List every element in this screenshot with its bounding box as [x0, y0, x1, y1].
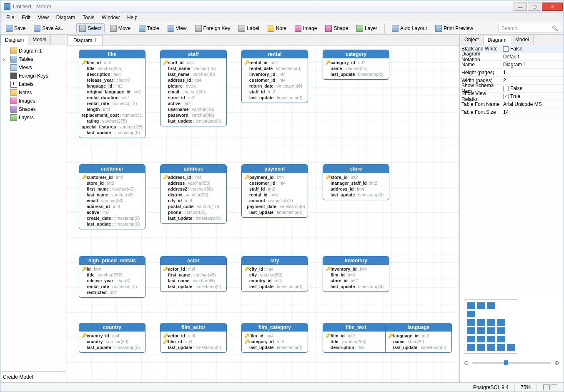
er-table-staff[interactable]: staff🔑staff_id: int4first_name: varchar(…	[160, 50, 227, 126]
er-column[interactable]: last_name: varchar(45)	[163, 278, 224, 284]
er-table-high_priced_rentals[interactable]: high_priced_rentals🔑id: int4title: varch…	[79, 256, 145, 298]
er-column[interactable]: inventory_id: int4	[244, 71, 305, 77]
foreign-key-tool-button[interactable]: Foreign Key	[192, 23, 233, 33]
er-table-store[interactable]: store🔑store_id: int2manager_staff_id: in…	[323, 164, 389, 200]
er-column[interactable]: staff_id: int2	[244, 186, 305, 192]
er-column[interactable]: picture: bytea	[163, 83, 224, 89]
er-column[interactable]: 🔑film_id: int4	[163, 339, 224, 344]
zoom-slider[interactable]	[472, 362, 551, 364]
print-preview-button[interactable]: Print Preview	[432, 23, 476, 33]
er-column[interactable]: original_language_id: int2	[82, 89, 143, 95]
er-column[interactable]: 🔑customer_id: int4	[82, 174, 143, 180]
auto-layout-button[interactable]: Auto Layout	[389, 23, 430, 33]
checkbox-icon[interactable]	[503, 86, 509, 91]
er-column[interactable]: payment_date: timestamp(0)	[244, 204, 305, 209]
er-column[interactable]: manager_staff_id: int2	[326, 180, 386, 186]
er-table-country[interactable]: country🔑country_id: int4country: varchar…	[79, 323, 145, 353]
er-column[interactable]: last_name: varchar(45)	[163, 71, 224, 77]
select-tool-button[interactable]: Select	[76, 23, 104, 33]
move-tool-button[interactable]: Move	[107, 23, 133, 33]
er-column[interactable]: address: varchar(50)	[163, 180, 224, 186]
save-button[interactable]: Save	[3, 23, 28, 33]
er-column[interactable]: postal_code: varchar(10)	[163, 204, 224, 209]
er-column[interactable]: last_update: timestamp(0)	[244, 284, 305, 289]
checkbox-icon[interactable]	[503, 46, 509, 52]
zoom-out-icon[interactable]: ⊖	[464, 359, 469, 366]
menu-help[interactable]: Help	[124, 14, 141, 21]
er-table-category[interactable]: category🔑category_id: int2name: varchar(…	[323, 50, 389, 80]
er-column[interactable]: description: text	[82, 71, 143, 77]
tab-model[interactable]: Model	[28, 35, 51, 45]
er-column[interactable]: 🔑rental_id: int4	[244, 60, 305, 65]
er-column[interactable]: last_update: timestamp(0)	[326, 71, 386, 77]
er-table-actor[interactable]: actor🔑actor_id: int4first_name: varchar(…	[160, 256, 227, 292]
label-tool-button[interactable]: Label	[236, 23, 262, 33]
menu-tools[interactable]: Tools	[79, 14, 98, 21]
er-column[interactable]: 🔑city_id: int4	[244, 266, 305, 272]
er-column[interactable]: last_update: timestamp(0)	[244, 209, 305, 215]
prop-show-schema-val[interactable]: False	[501, 85, 564, 92]
er-table-language[interactable]: language🔑language_id: int2name: char(20)…	[385, 323, 452, 353]
menu-window[interactable]: Window	[98, 14, 123, 21]
layer-tool-button[interactable]: Layer	[353, 23, 380, 33]
er-column[interactable]: release_year: char(4)	[82, 278, 143, 284]
checkbox-icon[interactable]	[503, 94, 509, 99]
er-column[interactable]: username: varchar(16)	[163, 106, 224, 112]
er-column[interactable]: active: int2	[163, 101, 224, 106]
shape-tool-button[interactable]: Shape	[322, 23, 351, 33]
er-column[interactable]: first_name: varchar(45)	[163, 272, 224, 278]
prop-bw-val[interactable]: False	[501, 45, 564, 53]
er-column[interactable]: store_id: int2	[163, 95, 224, 101]
er-column[interactable]: city_id: int4	[163, 198, 224, 204]
zoom-in-icon[interactable]: ⊕	[554, 359, 559, 366]
er-column[interactable]: address_id: int4	[163, 77, 224, 83]
er-column[interactable]: create_date: timestamp(0)	[82, 215, 143, 221]
er-column[interactable]: 🔑actor_id: int4	[163, 266, 224, 272]
er-column[interactable]: email: varchar(50)	[82, 198, 143, 204]
er-table-film_actor[interactable]: film_actor🔑actor_id: int4🔑film_id: int4l…	[160, 323, 227, 353]
minimize-button[interactable]: —	[514, 3, 527, 11]
er-column[interactable]: 🔑film_id: int2	[326, 333, 386, 339]
er-column[interactable]: return_date: timestamp(0)	[244, 83, 305, 89]
er-column[interactable]: country: varchar(50)	[82, 339, 143, 344]
prop-width-val[interactable]: 2	[501, 77, 564, 84]
search-input[interactable]: Search 🔍	[499, 24, 561, 33]
prop-name-val[interactable]: Diagram 1	[501, 61, 564, 68]
er-column[interactable]: last_update: timestamp(0)	[82, 221, 143, 227]
er-table-payment[interactable]: payment🔑payment_id: int4customer_id: int…	[241, 164, 308, 218]
minimap[interactable]	[464, 299, 518, 354]
er-column[interactable]: staff_id: int2	[244, 89, 305, 95]
er-table-rental[interactable]: rental🔑rental_id: int4rental_date: times…	[241, 50, 308, 103]
image-tool-button[interactable]: Image	[292, 23, 320, 33]
er-column[interactable]: amount: numeric(5,2)	[244, 198, 305, 204]
er-column[interactable]: country_id: int4	[244, 278, 305, 284]
er-column[interactable]: last_update: timestamp(0)	[388, 344, 449, 350]
er-column[interactable]: address_id: int4	[82, 204, 143, 209]
close-button[interactable]: ✕	[542, 3, 563, 11]
er-table-address[interactable]: address🔑address_id: int4address: varchar…	[160, 164, 227, 224]
table-tool-button[interactable]: Table	[136, 23, 162, 33]
er-column[interactable]: rental_date: timestamp(0)	[244, 65, 305, 71]
menu-file[interactable]: File	[3, 14, 18, 21]
view-tool-button[interactable]: View	[165, 23, 190, 33]
view-mode-icon[interactable]	[551, 384, 557, 390]
er-column[interactable]: title: varchar(255)	[82, 272, 143, 278]
er-column[interactable]: address2: varchar(50)	[163, 186, 224, 192]
er-column[interactable]: rating: varchar(255)	[82, 118, 143, 124]
er-column[interactable]: last_update: timestamp(0)	[82, 130, 143, 136]
er-column[interactable]: last_update: timestamp(0)	[326, 192, 386, 198]
er-column[interactable]: last_update: timestamp(0)	[163, 284, 224, 289]
tree-node-shapes[interactable]: Shapes	[2, 105, 64, 113]
er-column[interactable]: replacement_cost: numeric(5,2)	[82, 112, 143, 118]
er-column[interactable]: store_id: int2	[326, 278, 386, 284]
er-column[interactable]: 🔑staff_id: int4	[163, 60, 224, 65]
er-column[interactable]: 🔑film_id: int4	[244, 333, 305, 339]
er-column[interactable]: 🔑category_id: int4	[244, 339, 305, 344]
er-column[interactable]: 🔑id: int4	[82, 266, 143, 272]
er-column[interactable]: 🔑store_id: int2	[326, 174, 386, 180]
tab-diagram[interactable]: Diagram	[0, 35, 28, 45]
er-column[interactable]: first_name: varchar(45)	[82, 186, 143, 192]
menu-view[interactable]: View	[35, 14, 52, 21]
er-column[interactable]: password: varchar(40)	[163, 112, 224, 118]
er-column[interactable]: phone: varchar(20)	[163, 209, 224, 215]
